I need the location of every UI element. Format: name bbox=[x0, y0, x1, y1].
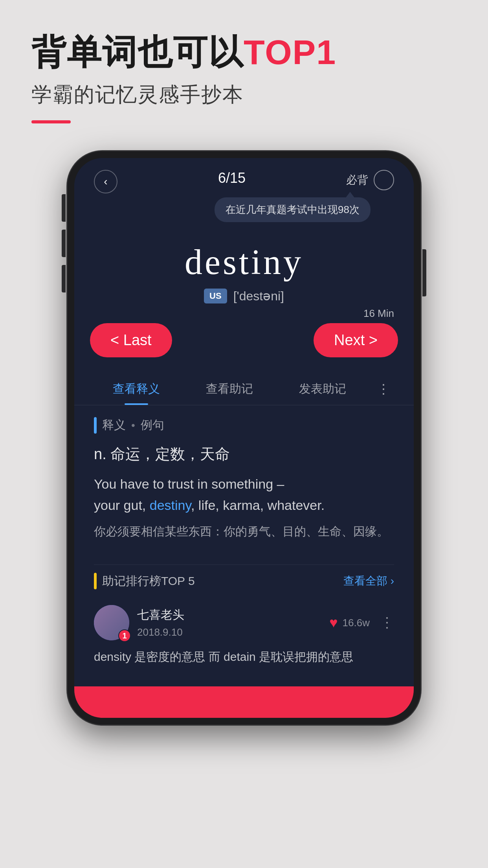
tab-bar: 查看释义 查看助记 发表助记 ⋮ bbox=[74, 369, 414, 405]
mnemonic-section: 助记排行榜TOP 5 查看全部 › bbox=[74, 565, 414, 686]
page-background: 背单词也可以TOP1 学霸的记忆灵感手抄本 ‹ 6/15 必背 bbox=[0, 0, 488, 868]
tab-post-mnemonic[interactable]: 发表助记 bbox=[276, 373, 369, 405]
tab-mnemonic-label: 查看助记 bbox=[206, 382, 253, 395]
tooltip: 在近几年真题考试中出现98次 bbox=[215, 197, 371, 222]
tab-post-label: 发表助记 bbox=[299, 382, 346, 395]
subtitle: 学霸的记忆灵感手抄本 bbox=[31, 81, 457, 108]
must-toggle[interactable] bbox=[374, 170, 394, 190]
chevron-right-icon: › bbox=[391, 575, 394, 587]
example-en-after: , life, karma, whatever. bbox=[191, 498, 325, 513]
user-row: 1 七喜老头 2018.9.10 ♥ 16.6w ⋮ bbox=[94, 605, 394, 640]
phonetic-tag: US bbox=[204, 289, 227, 303]
username: 七喜老头 bbox=[137, 607, 321, 623]
tooltip-wrapper: 在近几年真题考试中出现98次 bbox=[74, 197, 414, 222]
timer-label: 16 Min bbox=[363, 307, 394, 320]
avatar-wrapper: 1 bbox=[94, 605, 129, 640]
mnemonic-header: 助记排行榜TOP 5 查看全部 › bbox=[94, 565, 394, 589]
nav-buttons-area: 16 Min < Last Next > bbox=[74, 311, 414, 369]
section-dot: • bbox=[131, 419, 135, 432]
nav-bar: ‹ 6/15 必背 bbox=[74, 158, 414, 197]
definition-text: n. 命运，定数，天命 bbox=[94, 443, 394, 465]
like-section: ♥ 16.6w ⋮ bbox=[329, 614, 394, 631]
top-section: 背单词也可以TOP1 学霸的记忆灵感手抄本 bbox=[0, 0, 488, 139]
nav-right: 必背 bbox=[346, 170, 394, 190]
phone-screen-inner: ‹ 6/15 必背 在近几年真题考试中出现98次 destiny bbox=[74, 158, 414, 718]
next-label: Next > bbox=[334, 332, 378, 349]
definition-section-header: 释义 • 例句 bbox=[94, 417, 394, 434]
mnemonic-title: 助记排行榜TOP 5 bbox=[102, 573, 195, 589]
content-area: 释义 • 例句 n. 命运，定数，天命 You have to trust in… bbox=[74, 405, 414, 565]
tab-definition[interactable]: 查看释义 bbox=[90, 373, 183, 405]
user-info: 七喜老头 2018.9.10 bbox=[137, 607, 321, 638]
heart-icon[interactable]: ♥ bbox=[329, 614, 338, 631]
phone-device: ‹ 6/15 必背 在近几年真题考试中出现98次 destiny bbox=[67, 151, 421, 725]
section-label2: 例句 bbox=[141, 417, 164, 433]
phone-wrapper: ‹ 6/15 必背 在近几年真题考试中出现98次 destiny bbox=[0, 151, 488, 725]
example-chinese: 你必须要相信某些东西：你的勇气、目的、生命、因缘。 bbox=[94, 522, 394, 541]
rank-badge: 1 bbox=[118, 629, 131, 642]
example-en-highlight: destiny bbox=[150, 498, 191, 513]
pink-bottom-bar bbox=[74, 686, 414, 718]
like-count: 16.6w bbox=[343, 617, 370, 629]
progress-indicator: 6/15 bbox=[218, 170, 246, 186]
view-all-label: 查看全部 bbox=[343, 574, 387, 588]
tab-definition-label: 查看释义 bbox=[113, 382, 160, 395]
mnemonic-left: 助记排行榜TOP 5 bbox=[94, 573, 195, 589]
example-english: You have to trust in something – your gu… bbox=[94, 473, 394, 516]
next-button[interactable]: Next > bbox=[314, 323, 398, 357]
word-english: destiny bbox=[94, 242, 394, 282]
tab-more-button[interactable]: ⋮ bbox=[369, 373, 398, 405]
view-all-button[interactable]: 查看全部 › bbox=[343, 574, 394, 588]
post-date: 2018.9.10 bbox=[137, 626, 321, 638]
phone-screen: ‹ 6/15 必背 在近几年真题考试中出现98次 destiny bbox=[74, 158, 414, 718]
word-section: destiny US ['destəni] bbox=[74, 222, 414, 311]
last-button[interactable]: < Last bbox=[90, 323, 172, 357]
back-button[interactable]: ‹ bbox=[94, 170, 117, 193]
title-underline bbox=[31, 120, 71, 123]
must-label: 必背 bbox=[346, 173, 368, 188]
title-text-part1: 背单词也可以 bbox=[31, 33, 244, 72]
section-label1: 释义 bbox=[102, 417, 126, 433]
title-highlight: TOP1 bbox=[244, 33, 336, 72]
tab-mnemonic[interactable]: 查看助记 bbox=[183, 373, 276, 405]
example-en-before: You have to trust in something – bbox=[94, 476, 284, 491]
comment-card: 1 七喜老头 2018.9.10 ♥ 16.6w ⋮ bbox=[94, 597, 394, 675]
example-en-word: your gut, bbox=[94, 498, 150, 513]
section-indicator-blue bbox=[94, 417, 97, 434]
comment-text: density 是密度的意思 而 detain 是耽误把拥的意思 bbox=[94, 647, 394, 667]
word-phonetic: US ['destəni] bbox=[94, 289, 394, 303]
mnemonic-indicator-yellow bbox=[94, 573, 97, 589]
more-options-icon[interactable]: ⋮ bbox=[380, 614, 394, 631]
main-title: 背单词也可以TOP1 bbox=[31, 31, 457, 73]
phonetic-text: ['destəni] bbox=[233, 289, 284, 303]
last-label: < Last bbox=[110, 332, 152, 349]
